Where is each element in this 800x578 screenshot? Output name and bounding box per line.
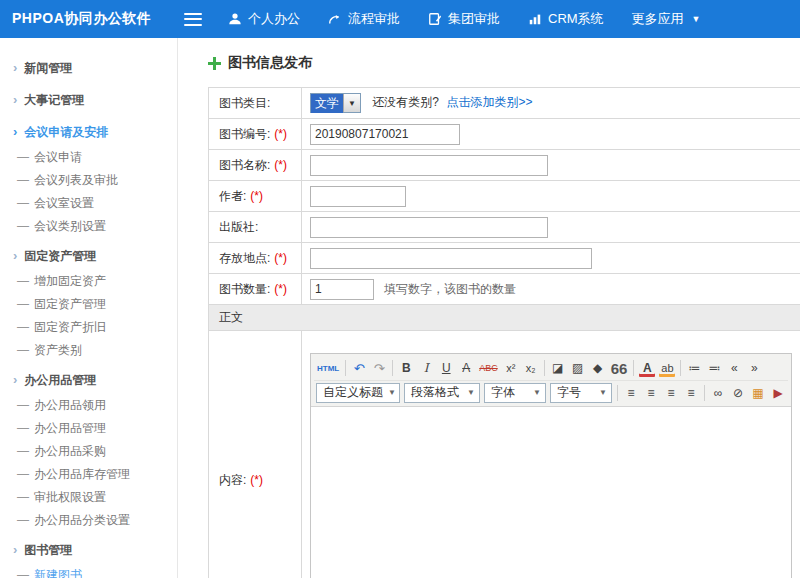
sidebar-item-meeting-list[interactable]: —会议列表及审批 [0,169,177,192]
bold-button[interactable]: B [397,358,415,378]
sidebar-item-label: 会议室设置 [34,196,94,210]
add-category-link[interactable]: 点击添加类别>> [446,95,532,109]
sidebar-section-office-supplies[interactable]: ›办公用品管理 [0,366,177,394]
sidebar-section-news[interactable]: ›新闻管理 [0,54,177,82]
font-family-dropdown[interactable]: 字体▼ [484,383,546,403]
highlight-color-button[interactable]: ab [658,358,676,378]
dash-prefix: — [17,513,29,527]
custom-title-dropdown[interactable]: 自定义标题▼ [316,383,400,403]
chevron-right-icon: › [13,372,17,387]
nav-more-apps[interactable]: 更多应用 ▼ [632,10,701,28]
required-mark: (*) [274,127,287,141]
sidebar-section-label: 办公用品管理 [24,373,96,387]
category-selected-value: 文学 [311,94,343,113]
form-row-book-name: 图书名称:(*) [209,150,800,181]
toolbar-separator [392,360,393,376]
sidebar-item-supply-inventory[interactable]: —办公用品库存管理 [0,463,177,486]
nav-group-approval[interactable]: 集团审批 [428,10,500,28]
align-left-button[interactable]: ≡ [622,383,640,403]
insert-media-button[interactable]: ▶ [769,383,787,403]
quantity-input[interactable] [310,279,374,300]
indent-button[interactable]: » [745,358,763,378]
sidebar-item-label: 固定资产折旧 [34,320,106,334]
font-color-button[interactable]: A [638,358,656,378]
sidebar-item-asset-depreciation[interactable]: —固定资产折旧 [0,316,177,339]
insert-code-button[interactable]: ◆ [589,358,607,378]
paragraph-format-dropdown[interactable]: 段落格式▼ [404,383,480,403]
book-form: 图书类目: 文学 ▼ 还没有类别? 点击添加类别>> 图书编号:(*) 图书名称… [208,87,800,578]
sidebar-section-books[interactable]: ›图书管理 [0,536,177,564]
format-brush-button[interactable]: ▨ [569,358,587,378]
nav-personal-office[interactable]: 个人办公 [228,10,300,28]
sidebar-item-supply-manage[interactable]: —办公用品管理 [0,417,177,440]
undo-button[interactable]: ↶ [350,358,368,378]
unlink-button[interactable]: ⊘ [729,383,747,403]
nav-crm-system[interactable]: CRM系统 [528,10,604,28]
sidebar-item-asset-category[interactable]: —资产类别 [0,339,177,362]
sidebar-item-label: 办公用品分类设置 [34,513,130,527]
sidebar-section-label: 新闻管理 [24,61,72,75]
sidebar-section-events[interactable]: ›大事记管理 [0,86,177,114]
subscript-button[interactable]: x₂ [522,358,540,378]
strikethrough-button[interactable]: A [457,358,475,378]
quantity-hint: 填写数字，该图书的数量 [384,282,516,296]
sidebar-item-new-book[interactable]: —新建图书 [0,564,177,578]
page-title-row: 图书信息发布 [208,54,800,72]
form-row-quantity: 图书数量:(*) 填写数字，该图书的数量 [209,274,800,305]
required-mark: (*) [274,251,287,265]
editor-content-area[interactable] [311,407,791,578]
dash-prefix: — [17,343,29,357]
sidebar-item-supply-purchase[interactable]: —办公用品采购 [0,440,177,463]
sidebar-item-label: 会议申请 [34,150,82,164]
sidebar-item-meeting-category[interactable]: —会议类别设置 [0,215,177,238]
insert-image-button[interactable]: ▦ [749,383,767,403]
author-input[interactable] [310,186,406,207]
outdent-button[interactable]: « [725,358,743,378]
nav-label: 个人办公 [248,10,300,28]
sidebar-item-label: 增加固定资产 [34,274,106,288]
dash-prefix: — [17,467,29,481]
nav-process-approval[interactable]: 流程审批 [328,10,400,28]
sidebar-item-supply-category[interactable]: —办公用品分类设置 [0,509,177,532]
sidebar-item-asset-manage[interactable]: —固定资产管理 [0,293,177,316]
dash-prefix: — [17,274,29,288]
book-name-input[interactable] [310,155,548,176]
ordered-list-button[interactable]: ≕ [705,358,723,378]
form-row-author: 作者:(*) [209,181,800,212]
sidebar-item-meeting-apply[interactable]: —会议申请 [0,146,177,169]
top-nav: 个人办公 流程审批 集团审批 CRM系统 更多应用 ▼ [228,10,729,28]
field-label: 存放地点: [219,251,270,265]
superscript-button[interactable]: x² [502,358,520,378]
remove-format-button[interactable]: ABC [477,358,500,378]
sidebar-section-meetings[interactable]: ›会议申请及安排 [0,118,177,146]
field-label: 图书类目: [219,96,270,110]
publisher-input[interactable] [310,217,548,238]
font-size-dropdown[interactable]: 字号▼ [550,383,612,403]
book-number-input[interactable] [310,124,460,145]
user-icon [228,12,242,26]
redo-button[interactable]: ↷ [370,358,388,378]
category-select[interactable]: 文学 ▼ [310,93,361,113]
sidebar-item-supply-claim[interactable]: —办公用品领用 [0,394,177,417]
sidebar-item-asset-add[interactable]: —增加固定资产 [0,270,177,293]
sidebar-item-label: 办公用品库存管理 [34,467,130,481]
link-button[interactable]: ∞ [709,383,727,403]
italic-button[interactable]: I [417,358,435,378]
sidebar-section-fixed-assets[interactable]: ›固定资产管理 [0,242,177,270]
align-right-button[interactable]: ≡ [662,383,680,403]
underline-button[interactable]: U [437,358,455,378]
form-row-location: 存放地点:(*) [209,243,800,274]
unordered-list-button[interactable]: ≔ [685,358,703,378]
sidebar-section-label: 固定资产管理 [24,249,96,263]
location-input[interactable] [310,248,592,269]
hamburger-menu-icon[interactable] [184,13,202,26]
sidebar-item-approval-permission[interactable]: —审批权限设置 [0,486,177,509]
dropdown-label: 自定义标题 [323,384,383,401]
blockquote-button[interactable]: 66 [609,358,630,378]
justify-button[interactable]: ≡ [682,383,700,403]
sidebar-item-meeting-room[interactable]: —会议室设置 [0,192,177,215]
align-center-button[interactable]: ≡ [642,383,660,403]
dropdown-label: 字号 [557,384,581,401]
eraser-button[interactable]: ◪ [549,358,567,378]
source-code-button[interactable]: HTML [315,358,341,378]
